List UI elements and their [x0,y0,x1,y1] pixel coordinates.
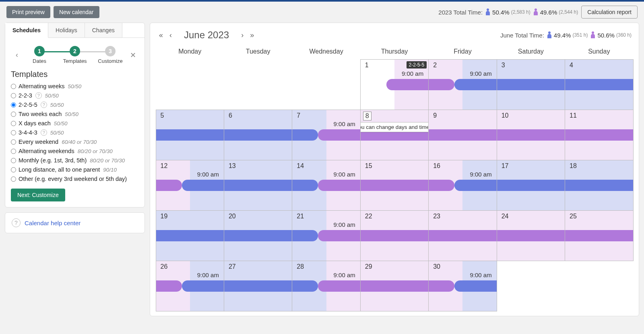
day-cell[interactable]: 8 You can change days and times in the n… [360,110,429,160]
day-cell[interactable]: 6 [224,110,292,160]
dow-sun: Sunday [565,44,633,59]
print-preview-button[interactable]: Print preview [6,6,50,18]
day-cell[interactable]: 14 9:00 am [292,160,360,211]
day-cell[interactable]: 23 [428,210,497,261]
calculation-report-button[interactable]: Calculation report [581,6,638,19]
month-time-label: June Total Time: [500,32,544,39]
day-cell[interactable]: 22 [360,210,429,261]
info-icon[interactable]: ? [41,129,47,136]
calendar-panel: « ‹ June 2023 › » June Total Time: 49.4%… [150,23,639,316]
info-icon[interactable]: ? [35,92,42,99]
day-cell[interactable]: 17 [497,160,565,211]
parent-b-pct: 49.6% [540,9,557,16]
new-calendar-button[interactable]: New calendar [54,6,99,18]
template-radio-list: Alternating weeks 50/502-2-3? 50/502-2-5… [11,83,139,182]
step-2-circle[interactable]: 2 [70,46,80,56]
day-cell[interactable]: 11 [565,110,633,160]
template-sublabel: 50/50 [65,111,78,117]
template-option[interactable]: Alternating weeks 50/50 [11,83,139,89]
day-cell[interactable]: 21 9:00 am [292,210,360,261]
stepper-close[interactable]: ✕ [128,51,138,60]
day-cell[interactable]: 24 [497,210,565,261]
step-1-circle[interactable]: 1 [34,46,45,56]
template-label: Alternating weeks [19,83,64,89]
dow-sat: Saturday [497,44,565,59]
day-cell[interactable]: 27 [224,261,292,311]
day-cell[interactable]: 1 2-2-5-5 9:00 am [360,59,429,110]
tab-schedules[interactable]: Schedules [5,23,48,38]
template-option[interactable]: Two weeks each 50/50 [11,111,139,117]
template-radio[interactable] [11,130,16,135]
template-radio[interactable] [11,139,16,145]
parent-a-hours: (2,583 h) [511,9,530,15]
tab-changes[interactable]: Changes [85,23,122,37]
template-option[interactable]: Alternating weekends 80/20 or 70/30 [11,148,139,154]
template-option[interactable]: 3-4-4-3? 50/50 [11,129,139,136]
time-label: 9:00 am [334,171,355,178]
day-cell[interactable]: 2 9:00 am [428,59,497,110]
template-sublabel: 50/50 [50,130,64,136]
time-label: 9:00 am [470,171,491,178]
hint-tooltip: You can change days and times in the nex… [360,122,429,132]
template-radio[interactable] [11,93,16,98]
template-radio[interactable] [11,102,16,108]
day-cell[interactable]: 26 9:00 am [156,261,224,311]
day-cell[interactable]: 29 [360,261,429,311]
month-a-hours: (351 h) [572,32,588,38]
day-cell[interactable]: 16 9:00 am [428,160,497,211]
template-radio[interactable] [11,149,16,154]
day-cell[interactable]: 25 [565,210,633,261]
template-radio[interactable] [11,176,16,182]
template-option[interactable]: Every weekend 60/40 or 70/30 [11,139,139,145]
template-option[interactable]: 2-2-5-5? 50/50 [11,102,139,108]
template-badge: 2-2-5-5 [407,61,427,68]
day-cell[interactable]: 7 9:00 am [292,110,360,160]
template-option[interactable]: Long distance, all to one parent 90/10 [11,166,139,173]
template-option[interactable]: Monthly (e.g. 1st, 3rd, 5th) 80/20 or 70… [11,157,139,164]
step-1-label: Dates [33,58,46,64]
templates-heading: Templates [11,70,139,79]
info-icon[interactable]: ? [41,102,47,108]
day-cell[interactable]: 18 [565,160,633,211]
day-cell[interactable]: 12 9:00 am [156,160,224,211]
template-radio[interactable] [11,121,16,126]
template-option[interactable]: 2-2-3? 50/50 [11,92,139,99]
template-radio[interactable] [11,158,16,163]
dow-fri: Friday [429,44,497,59]
step-3-label: Customize [98,58,122,64]
day-cell[interactable]: 13 [224,160,292,211]
nav-next-icon[interactable]: › [239,31,245,39]
template-radio[interactable] [11,167,16,172]
template-label: X days each [19,120,51,127]
template-radio[interactable] [11,112,16,117]
time-label: 9:00 am [334,272,355,278]
day-cell[interactable]: 3 [497,59,565,110]
template-option[interactable]: X days each 50/50 [11,120,139,127]
day-cell[interactable]: 5 [156,110,224,160]
day-cell[interactable]: 19 [156,210,224,261]
month-total-time: June Total Time: 49.4% (351 h) 50.6% (36… [500,31,632,39]
day-cell[interactable]: 15 [360,160,429,211]
day-cell[interactable]: 30 9:00 am [428,261,497,311]
svg-point-1 [535,8,537,11]
help-center-link[interactable]: Calendar help center [25,220,80,226]
day-cell[interactable]: 10 [497,110,565,160]
template-option[interactable]: Other (e.g. every 3rd weekend or 5th day… [11,176,139,182]
template-label: Other (e.g. every 3rd weekend or 5th day… [19,176,127,182]
day-cell[interactable]: 20 [224,210,292,261]
dow-header: Monday Tuesday Wednesday Thursday Friday… [156,44,633,59]
day-cell[interactable]: 4 [565,59,633,110]
nav-first-icon[interactable]: « [157,31,165,39]
nav-prev-icon[interactable]: ‹ [168,31,173,39]
nav-last-icon[interactable]: » [248,31,256,39]
day-cell[interactable]: 9 [428,110,497,160]
next-customize-button[interactable]: Next: Customize [11,189,65,201]
template-label: Alternating weekends [19,148,74,154]
template-sublabel: 90/10 [103,167,117,173]
tab-holidays[interactable]: Holidays [48,23,85,37]
step-3-circle[interactable]: 3 [105,46,116,56]
template-radio[interactable] [11,84,16,89]
stepper-prev[interactable]: ‹ [12,51,22,59]
day-cell[interactable]: 28 9:00 am [292,261,360,311]
month-a-pct: 49.4% [554,32,571,39]
